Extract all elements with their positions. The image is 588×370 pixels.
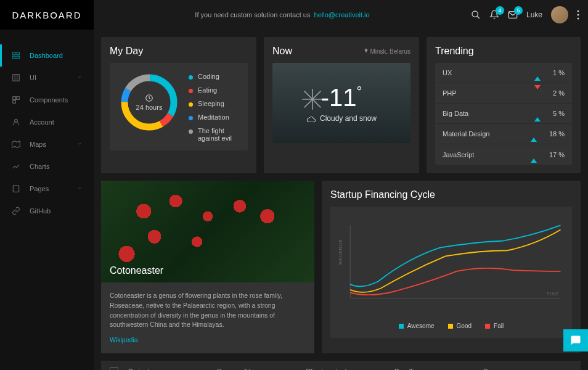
svg-point-16 (15, 119, 18, 122)
svg-rect-18 (13, 186, 18, 192)
trend-down-icon (534, 89, 541, 97)
sidebar-item-github[interactable]: GitHub (0, 200, 94, 222)
card-cotoneaster: Cotoneaster Cotoneaster is a genus of fl… (101, 181, 314, 353)
th-responsible: Responsible (217, 368, 306, 370)
legend-dot (189, 75, 193, 80)
select-all-checkbox[interactable] (110, 367, 118, 370)
legend-label: Eating (198, 86, 217, 94)
legend-square (399, 324, 404, 329)
svg-rect-10 (13, 75, 20, 81)
legend-label: Coding (198, 73, 219, 80)
legend-label: Good (457, 323, 472, 329)
user-name: Luke (526, 10, 542, 19)
chevron-down-icon (76, 74, 83, 81)
trend-row[interactable]: Big Data5 % (435, 104, 572, 124)
trend-up-icon (531, 151, 537, 158)
svg-rect-14 (17, 97, 20, 100)
my-day-donut: 24 hours (118, 72, 180, 133)
legend-dot (189, 89, 193, 93)
card-startup: Startup Financing Cycle REVENUE TIME Awe… (322, 181, 581, 353)
svg-rect-8 (13, 56, 15, 59)
startup-legend: AwesomeGoodFail (339, 323, 563, 329)
legend-item: Sleeping (189, 100, 239, 107)
legend-dot (189, 130, 193, 134)
startup-chart: REVENUE TIME AwesomeGoodFail (330, 207, 572, 338)
map-icon (11, 140, 21, 149)
svg-rect-9 (17, 56, 19, 59)
svg-point-3 (578, 10, 579, 12)
chart-icon (11, 162, 21, 171)
legend-label: Meditation (198, 113, 229, 121)
trend-up-icon (531, 130, 537, 138)
card-trending: Trending UX1 %PHP2 %Big Data5 %Material … (427, 37, 581, 173)
custom-solution-msg: If you need custom solution contact us h… (94, 11, 471, 18)
now-title: Now (272, 46, 292, 57)
x-axis-label: TIME (547, 291, 560, 297)
sidebar-item-components[interactable]: Components (0, 89, 94, 111)
svg-rect-15 (13, 101, 16, 104)
sidebar-item-charts[interactable]: Charts (0, 155, 94, 178)
legend-item: Fail (485, 323, 504, 329)
trending-title: Trending (435, 46, 572, 57)
trend-row[interactable]: UX1 % (435, 63, 572, 83)
legend-item: Coding (189, 73, 239, 80)
trend-up-icon (534, 69, 541, 76)
chevron-down-icon (76, 185, 83, 192)
trend-pct: 1 % (553, 69, 565, 76)
more-icon[interactable] (577, 10, 579, 20)
search-icon[interactable] (471, 10, 481, 20)
sidebar-item-maps[interactable]: Maps (0, 133, 94, 155)
legend-dot (189, 116, 193, 120)
legend-dot (189, 102, 193, 107)
trend-row[interactable]: PHP2 % (435, 83, 572, 104)
dashboard-icon (11, 51, 21, 60)
chat-fab[interactable] (563, 329, 588, 352)
custom-solution-text: If you need custom solution contact us (195, 11, 310, 18)
startup-title: Startup Financing Cycle (330, 189, 572, 200)
trend-pct: 2 % (553, 89, 565, 97)
sidebar-item-account[interactable]: Account (0, 111, 94, 133)
legend-item: The fight against evil (189, 127, 239, 142)
person-icon (11, 118, 21, 126)
pin-icon (364, 47, 369, 54)
trend-pct: 18 % (549, 130, 565, 138)
messages-badge: 5 (514, 6, 523, 15)
svg-point-0 (472, 11, 478, 17)
chevron-down-icon (76, 141, 83, 148)
card-now: Now Minsk, Belarus -11° Cloudy and snow (264, 37, 419, 173)
legend-item: Meditation (189, 113, 239, 121)
my-day-title: My Day (110, 46, 248, 57)
legend-label: The fight against evil (198, 127, 239, 142)
svg-point-5 (578, 18, 579, 20)
weather-condition: Cloudy and snow (306, 114, 377, 123)
weather-panel: -11° Cloudy and snow (272, 63, 410, 143)
sidebar-item-ui[interactable]: UI (0, 67, 94, 89)
brand-logo[interactable]: DARKBOARD (0, 0, 94, 30)
trend-row[interactable]: Material Design18 % (435, 124, 572, 144)
trend-up-icon (534, 110, 541, 117)
custom-solution-email[interactable]: hello@creativeit.io (314, 11, 370, 18)
legend-label: Sleeping (198, 100, 224, 107)
cotoneaster-link[interactable]: Wikipedia (110, 336, 138, 343)
notifications-icon[interactable]: 4 (489, 10, 499, 20)
sidebar: DashboardUIComponentsAccountMapsChartsPa… (0, 30, 94, 370)
sidebar-item-dashboard[interactable]: Dashboard (0, 44, 94, 67)
y-axis-label: REVENUE (339, 239, 343, 265)
trend-pct: 5 % (553, 110, 565, 117)
avatar[interactable] (551, 6, 568, 23)
project-table-header: Project Responsible Client contact Deadl… (101, 361, 581, 370)
sidebar-item-pages[interactable]: Pages (0, 178, 94, 200)
legend-item: Awesome (399, 323, 435, 329)
cloud-icon (306, 115, 316, 122)
svg-line-1 (477, 16, 480, 18)
grid-icon (11, 73, 21, 82)
legend-label: Awesome (407, 323, 435, 329)
messages-icon[interactable]: 5 (508, 10, 518, 20)
my-day-legend: CodingEatingSleepingMeditationThe fight … (189, 72, 239, 142)
legend-item: Eating (189, 86, 239, 94)
trend-row[interactable]: JavaScript17 % (435, 144, 572, 165)
snowflake-icon (300, 87, 325, 112)
notifications-badge: 4 (496, 6, 504, 15)
link-icon (11, 207, 21, 215)
trend-name: UX (443, 69, 534, 76)
